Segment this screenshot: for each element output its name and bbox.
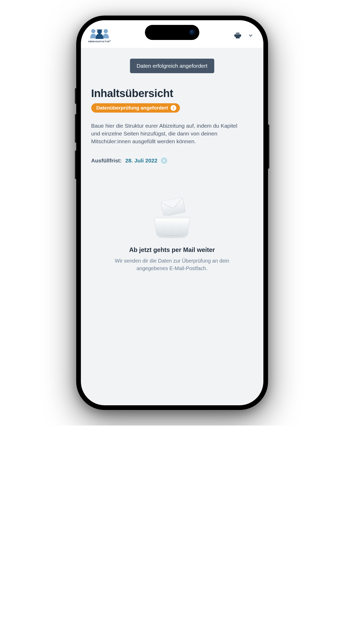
page-title: Inhaltsübersicht [91,87,253,100]
svg-point-4 [158,236,186,238]
deadline-row: Ausfüllfrist: 28. Juli 2022 [91,157,253,164]
mailbox-icon [149,195,195,239]
logo[interactable]: ABIMANUFAKTUR® [88,28,111,43]
mail-description: Wir senden dir die Daten zur Überprüfung… [105,257,240,272]
description-text: Baue hier die Struktur eurer Abizeitung … [91,122,247,145]
screen: ABIMANUFAKTUR® Daten erfolgreich angefor… [81,20,263,405]
phone-side-button [75,88,76,104]
logo-icon [89,28,110,39]
toast-text: Daten erfolgreich angefordert [137,63,207,69]
phone-side-button [75,150,76,179]
phone-side-button [268,125,269,169]
status-badge[interactable]: Datenüberprüfung angefordert i [91,103,180,113]
main-content: Daten erfolgreich angefordert Inhaltsübe… [81,48,263,405]
phone-frame: ABIMANUFAKTUR® Daten erfolgreich angefor… [76,16,268,410]
info-icon: i [171,105,176,111]
header-actions [234,33,253,38]
dynamic-island [145,25,199,40]
status-badge-label: Datenüberprüfung angefordert [96,105,168,111]
phone-side-button [75,114,76,143]
printer-icon[interactable] [234,33,241,38]
front-camera [189,30,195,35]
toast-notification: Daten erfolgreich angefordert [130,59,214,73]
logo-text: ABIMANUFAKTUR® [88,40,111,43]
mail-heading: Ab jetzt gehts per Mail weiter [96,246,248,254]
mail-section: Ab jetzt gehts per Mail weiter Wir sende… [91,195,253,272]
svg-point-2 [97,29,102,34]
svg-point-1 [104,29,108,33]
deadline-value[interactable]: 28. Juli 2022 [125,157,157,164]
chevron-down-icon[interactable] [248,33,253,38]
svg-point-0 [91,29,95,33]
clear-deadline-icon[interactable] [161,157,167,164]
deadline-label: Ausfüllfrist: [91,157,122,164]
